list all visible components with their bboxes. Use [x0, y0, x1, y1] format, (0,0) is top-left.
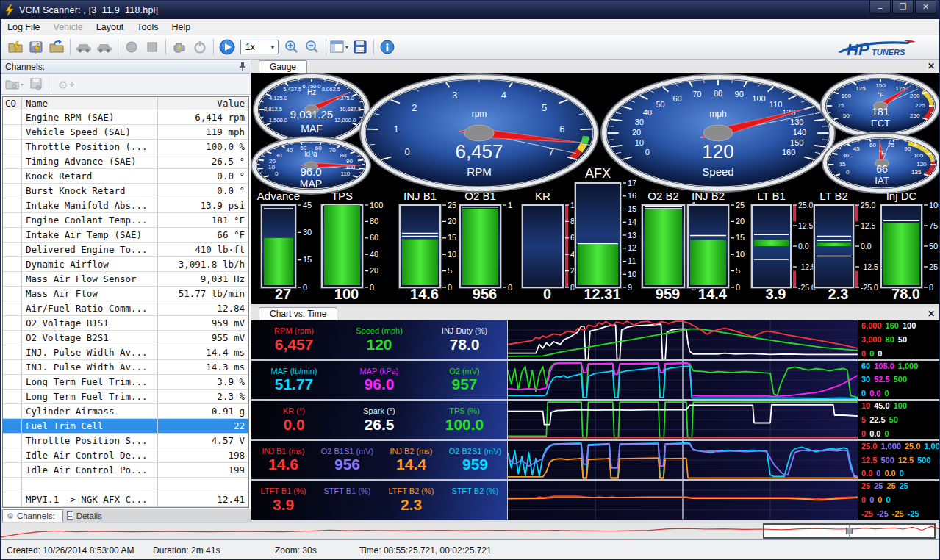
chart-legend-channel[interactable]: Spark (°)26.5 [337, 407, 422, 433]
bar-value: 956 [473, 286, 497, 302]
chart-close-icon[interactable]: ✕ [928, 309, 935, 319]
gauge-close-icon[interactable]: ✕ [928, 61, 935, 71]
chart-legend-channel[interactable]: O2 B2S1 (mV)959 [443, 448, 507, 473]
tab-chart-vs-time[interactable]: Chart vs. Time [259, 307, 337, 320]
channel-row[interactable]: INJ. Pulse Width Av...14.3 ms [3, 360, 248, 375]
channel-row[interactable]: Throttle Position (...100.0 % [3, 140, 248, 154]
svg-text:14: 14 [628, 218, 636, 226]
bar-value: 2.3 [828, 286, 849, 302]
bar-gauge-LT B2: 25.012.50.0-12.5-25.0LT B22.3 [813, 190, 878, 302]
engine-button [170, 37, 189, 57]
menu-help[interactable]: Help [165, 20, 198, 35]
channel-row[interactable]: Dynamic Airflow3,091.8 lb/h [3, 257, 248, 272]
svg-text:15: 15 [736, 233, 745, 242]
svg-text:4,125.0: 4,125.0 [269, 95, 287, 101]
channel-row[interactable]: Throttle Position S...4.57 V [3, 434, 248, 448]
chart-legend-channel[interactable]: INJ B1 (ms)14.6 [251, 448, 315, 473]
svg-text:30: 30 [635, 118, 644, 126]
channel-row[interactable]: Mass Air Flow Sensor9,031 Hz [3, 272, 248, 287]
channel-row[interactable]: Engine Coolant Temp...181 °F [3, 213, 248, 228]
svg-text:0: 0 [508, 283, 512, 292]
channel-row[interactable]: Knock Retard0.0 ° [3, 169, 248, 184]
svg-text:1: 1 [508, 201, 512, 209]
svg-text:110: 110 [769, 100, 783, 109]
gauge-value: 120 [702, 140, 733, 162]
restore-button[interactable]: ❒ [892, 1, 914, 14]
chart-legend-channel[interactable]: KR (°)0.0 [251, 407, 337, 433]
chart-legend: LTFT B1 (%)3.9STFT B1 (%) LTFT B2 (%)2.3… [251, 481, 507, 520]
info-button[interactable] [378, 37, 397, 57]
zoom-in-button[interactable] [282, 37, 301, 57]
chart-legend-channel[interactable]: RPM (rpm)6,457 [251, 327, 337, 353]
chart-legend-channel[interactable]: O2 (mV)957 [422, 367, 507, 393]
chart-legend-channel[interactable]: LTFT B1 (%)3.9 [251, 487, 315, 513]
titlebar: VCM Scanner: , [3_11.9_118.hpl] – ❒ ✕ [1, 1, 939, 19]
chart-legend-channel[interactable]: STFT B2 (%) [443, 487, 507, 513]
channel-row[interactable]: Long Term Fuel Trim...2.3 % [3, 390, 248, 404]
pin-icon[interactable] [239, 62, 246, 73]
chart-plot[interactable] [507, 401, 858, 439]
channel-row[interactable]: Cylinder Airmass0.91 g [3, 404, 248, 419]
channel-row[interactable]: Long Term Fuel Trim...3.9 % [3, 375, 248, 390]
svg-text:50: 50 [656, 100, 664, 109]
chart-legend-channel[interactable]: LTFT B2 (%)2.3 [379, 487, 443, 513]
svg-text:100: 100 [752, 94, 765, 103]
log-overview-strip[interactable] [1, 523, 940, 539]
minimize-button[interactable]: – [869, 1, 891, 14]
reopen-log-button[interactable] [47, 37, 66, 57]
chart-legend-channel[interactable]: STFT B1 (%) [315, 487, 379, 513]
chart-plot[interactable] [507, 361, 858, 400]
chart-plot[interactable] [507, 441, 858, 480]
write-vehicle-button [95, 37, 114, 57]
save-layout-button[interactable] [351, 37, 370, 57]
chart-legend-channel[interactable]: INJ B2 (ms)14.4 [379, 448, 443, 473]
chart-legend-channel[interactable]: MAF (lb/min)51.77 [251, 367, 337, 393]
channel-row[interactable]: Fuel Trim Cell22 [3, 419, 248, 434]
open-log-button[interactable] [6, 37, 25, 57]
channel-row[interactable] [3, 478, 248, 492]
tab-channels[interactable]: ⚙ Channels: [2, 509, 63, 522]
svg-text:10: 10 [736, 250, 745, 259]
channel-row[interactable]: Delivered Engine To...410 lb·ft [3, 243, 248, 257]
chart-plot[interactable] [507, 481, 858, 520]
channel-row[interactable]: INJ. Pulse Width Av...14.4 ms [3, 345, 248, 360]
channel-row[interactable]: Mass Air Flow51.77 lb/min [3, 287, 248, 301]
chart-plot[interactable] [507, 320, 858, 359]
channel-row[interactable]: Engine RPM (SAE)6,414 rpm [3, 110, 248, 125]
chart-legend-channel[interactable]: Speed (mph)120 [337, 327, 422, 353]
svg-text:15: 15 [839, 161, 846, 168]
channel-row[interactable]: Burst Knock Retard0.0 ° [3, 184, 248, 198]
menu-layout[interactable]: Layout [90, 20, 131, 35]
gauge-value: 181 [872, 106, 889, 118]
channel-row[interactable]: Idle Air Control De...198 [3, 448, 248, 463]
channel-row[interactable]: Timing Advance (SAE)26.5 ° [3, 154, 248, 169]
channel-row[interactable]: O2 Voltage B1S1959 mV [3, 316, 248, 331]
tab-details[interactable]: Details [63, 509, 110, 522]
menu-tools[interactable]: Tools [130, 20, 165, 35]
channel-row[interactable]: O2 Voltage B2S1955 mV [3, 331, 248, 345]
channel-row[interactable]: Idle Air Control Po...199 [3, 463, 248, 478]
chart-legend-channel[interactable]: MAP (kPa)96.0 [337, 367, 422, 393]
channel-config-save-icon[interactable]: ⚙ [26, 76, 48, 93]
svg-text:90: 90 [904, 146, 911, 152]
overview-cursor-grip[interactable] [846, 528, 853, 534]
channel-row[interactable]: Intake Manifold Abs...13.9 psi [3, 198, 248, 213]
channel-row[interactable]: Air/Fuel Ratio Comm...12.84 [3, 301, 248, 316]
chart-legend-channel[interactable]: TPS (%)100.0 [422, 407, 507, 433]
close-button[interactable]: ✕ [915, 1, 936, 14]
save-log-button[interactable] [26, 37, 46, 57]
svg-text:16: 16 [628, 191, 636, 200]
play-button[interactable] [218, 37, 237, 57]
layout-select-button[interactable] [330, 37, 349, 57]
menu-log-file[interactable]: Log File [1, 20, 46, 35]
add-channel-icon[interactable]: ⚙ [54, 76, 76, 93]
channel-config-open-icon[interactable]: ⚙ [4, 76, 26, 93]
chart-legend-channel[interactable]: O2 B1S1 (mV)956 [315, 448, 379, 473]
channel-row[interactable]: Intake Air Temp (SAE)66 °F [3, 228, 248, 243]
channel-row[interactable]: Vehicle Speed (SAE)119 mph [3, 125, 248, 140]
playback-speed-select[interactable]: 1x ▼ [240, 40, 279, 54]
tab-gauge[interactable]: Gauge [259, 60, 307, 73]
channel-row[interactable]: MPVI.1 -> NGK AFX C...12.41 [3, 492, 248, 507]
zoom-out-button[interactable] [303, 37, 322, 57]
chart-legend-channel[interactable]: INJ Duty (%)78.0 [422, 327, 507, 353]
